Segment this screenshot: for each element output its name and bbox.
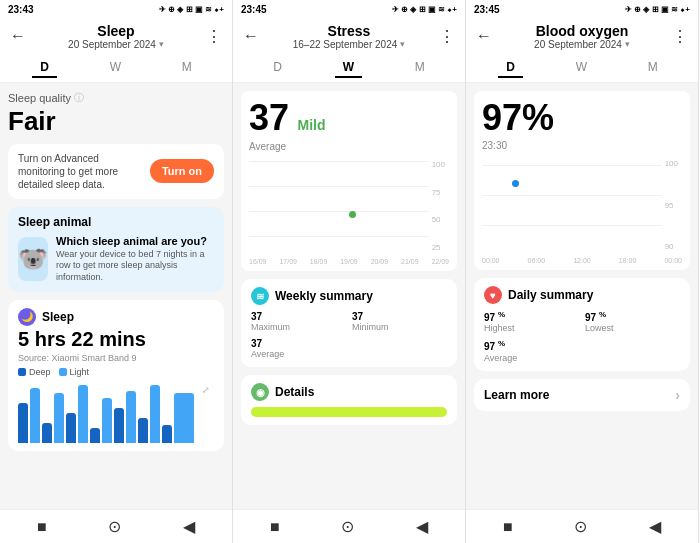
sleep-bar bbox=[150, 385, 160, 443]
stress-tab-d[interactable]: D bbox=[265, 58, 290, 78]
turn-on-button[interactable]: Turn on bbox=[150, 159, 214, 183]
sleep-status-icons: ✈ ⊕ ◈ ⊞ ▣ ≋ ⬥+ bbox=[159, 5, 224, 14]
sleep-date-row: 20 September 2024 ▾ bbox=[26, 39, 206, 50]
stress-tab-w[interactable]: W bbox=[335, 58, 362, 78]
stress-nav-back-icon[interactable]: ◀ bbox=[416, 517, 428, 536]
bo-tab-w[interactable]: W bbox=[568, 58, 595, 78]
sleep-tab-m[interactable]: M bbox=[174, 58, 200, 78]
nav-stop-icon[interactable]: ■ bbox=[37, 518, 47, 536]
bo-time: 23:45 bbox=[474, 4, 500, 15]
sleep-bar bbox=[162, 425, 172, 443]
animal-question: Which sleep animal are you? bbox=[56, 235, 214, 247]
sleep-chart: ⤢ bbox=[18, 383, 214, 443]
expand-icon[interactable]: ⤢ bbox=[202, 385, 210, 395]
stress-nav-home-icon[interactable]: ⊙ bbox=[341, 517, 354, 536]
stress-more-button[interactable]: ⋮ bbox=[439, 27, 455, 46]
stress-date-arrow[interactable]: ▾ bbox=[400, 39, 405, 49]
sleep-duration: 5 hrs 22 mins bbox=[18, 328, 214, 351]
monitoring-box: Turn on Advanced monitoring to get more … bbox=[8, 144, 224, 199]
weekly-summary-icon: ≋ bbox=[251, 287, 269, 305]
sleep-time: 23:43 bbox=[8, 4, 34, 15]
daily-summary-icon: ♥ bbox=[484, 286, 502, 304]
stress-status-icons: ✈ ⊕ ◈ ⊞ ▣ ≋ ⬥+ bbox=[392, 5, 457, 14]
stress-status-bar: 23:45 ✈ ⊕ ◈ ⊞ ▣ ≋ ⬥+ bbox=[233, 0, 465, 18]
stress-y-labels: 100 75 50 25 bbox=[432, 160, 445, 252]
animal-avatar: 🐨 bbox=[18, 237, 48, 281]
sleep-more-button[interactable]: ⋮ bbox=[206, 27, 222, 46]
stress-average: 37 Average bbox=[251, 338, 346, 359]
stress-tab-m[interactable]: M bbox=[407, 58, 433, 78]
bo-top-nav: ← Blood oxygen 20 September 2024 ▾ ⋮ bbox=[466, 18, 698, 54]
sleep-tab-d[interactable]: D bbox=[32, 58, 57, 78]
bo-value: 97% bbox=[482, 97, 682, 139]
bo-lowest: 97 % Lowest bbox=[585, 310, 680, 333]
stress-value-section: 37 Mild Average 100 75 50 25 bbox=[241, 91, 457, 271]
stress-level: Mild bbox=[298, 117, 326, 133]
legend-deep: Deep bbox=[18, 367, 51, 377]
bo-nav-back-icon[interactable]: ◀ bbox=[649, 517, 661, 536]
legend-light: Light bbox=[59, 367, 90, 377]
sleep-legend: Deep Light bbox=[18, 367, 214, 377]
bo-date-arrow[interactable]: ▾ bbox=[625, 39, 630, 49]
bo-tab-m[interactable]: M bbox=[640, 58, 666, 78]
stress-chart: 100 75 50 25 bbox=[249, 156, 449, 256]
details-icon: ◉ bbox=[251, 383, 269, 401]
sleep-quality-section: Sleep quality ⓘ Fair bbox=[8, 91, 224, 136]
learn-more-label: Learn more bbox=[484, 388, 549, 402]
deep-color bbox=[18, 368, 26, 376]
sleep-section-icon: 🌙 bbox=[18, 308, 36, 326]
bo-nav-stop-icon[interactable]: ■ bbox=[503, 518, 513, 536]
sleep-panel: 23:43 ✈ ⊕ ◈ ⊞ ▣ ≋ ⬥+ ← Sleep 20 Septembe… bbox=[0, 0, 233, 543]
sleep-back-button[interactable]: ← bbox=[10, 27, 26, 45]
sleep-bar bbox=[174, 393, 194, 443]
bo-highest: 97 % Highest bbox=[484, 310, 579, 333]
bo-nav-home-icon[interactable]: ⊙ bbox=[574, 517, 587, 536]
sleep-bar bbox=[18, 403, 28, 443]
sleep-bar bbox=[30, 388, 40, 443]
stress-bottom-nav: ■ ⊙ ◀ bbox=[233, 509, 465, 543]
sleep-date-arrow[interactable]: ▾ bbox=[159, 39, 164, 49]
nav-home-icon[interactable]: ⊙ bbox=[108, 517, 121, 536]
sleep-animal-title: Sleep animal bbox=[18, 215, 214, 229]
stress-panel: 23:45 ✈ ⊕ ◈ ⊞ ▣ ≋ ⬥+ ← Stress 16–22 Sept… bbox=[233, 0, 466, 543]
bo-more-button[interactable]: ⋮ bbox=[672, 27, 688, 46]
quality-info-icon: ⓘ bbox=[74, 91, 84, 105]
sleep-quality-value: Fair bbox=[8, 107, 224, 136]
sleep-bar bbox=[66, 413, 76, 443]
bo-tab-d[interactable]: D bbox=[498, 58, 523, 78]
stress-data-dot bbox=[349, 211, 356, 218]
bo-chart: 100 95 90 bbox=[482, 155, 682, 255]
stress-content: 37 Mild Average 100 75 50 25 bbox=[233, 83, 465, 509]
stress-back-button[interactable]: ← bbox=[243, 27, 259, 45]
bo-back-button[interactable]: ← bbox=[476, 27, 492, 45]
stress-summary-grid: 37 Maximum 37 Minimum 37 Average bbox=[251, 311, 447, 359]
monitoring-text: Turn on Advanced monitoring to get more … bbox=[18, 152, 144, 191]
nav-back-icon[interactable]: ◀ bbox=[183, 517, 195, 536]
stress-min: 37 Minimum bbox=[352, 311, 447, 332]
bo-data-dot bbox=[512, 180, 519, 187]
bo-time-label: 23:30 bbox=[482, 140, 682, 151]
blood-oxygen-panel: 23:45 ✈ ⊕ ◈ ⊞ ▣ ≋ ⬥+ ← Blood oxygen 20 S… bbox=[466, 0, 699, 543]
weekly-summary-title: Weekly summary bbox=[275, 289, 373, 303]
sleep-top-nav: ← Sleep 20 September 2024 ▾ ⋮ bbox=[0, 18, 232, 54]
animal-desc: Wear your device to bed 7 nights in a ro… bbox=[56, 249, 214, 284]
stress-max: 37 Maximum bbox=[251, 311, 346, 332]
stress-nav-stop-icon[interactable]: ■ bbox=[270, 518, 280, 536]
bo-date-row: 20 September 2024 ▾ bbox=[492, 39, 672, 50]
bo-value-section: 97% 23:30 100 95 90 00:00 06:00 bbox=[474, 91, 690, 270]
bo-learn-more[interactable]: Learn more › bbox=[474, 379, 690, 411]
light-color bbox=[59, 368, 67, 376]
sleep-bar bbox=[138, 418, 148, 443]
sleep-title: Sleep bbox=[26, 23, 206, 39]
sleep-bar bbox=[42, 423, 52, 443]
details-title: Details bbox=[275, 385, 314, 399]
sleep-content: Sleep quality ⓘ Fair Turn on Advanced mo… bbox=[0, 83, 232, 509]
stress-avg-label: Average bbox=[249, 141, 449, 152]
sleep-tab-w[interactable]: W bbox=[102, 58, 129, 78]
bo-tabs: D W M bbox=[466, 54, 698, 83]
daily-summary-title: Daily summary bbox=[508, 288, 593, 302]
bo-summary-grid: 97 % Highest 97 % Lowest 97 % bbox=[484, 310, 680, 363]
sleep-bar bbox=[54, 393, 64, 443]
sleep-bar bbox=[114, 408, 124, 443]
sleep-animal-box: Sleep animal 🐨 Which sleep animal are yo… bbox=[8, 207, 224, 292]
